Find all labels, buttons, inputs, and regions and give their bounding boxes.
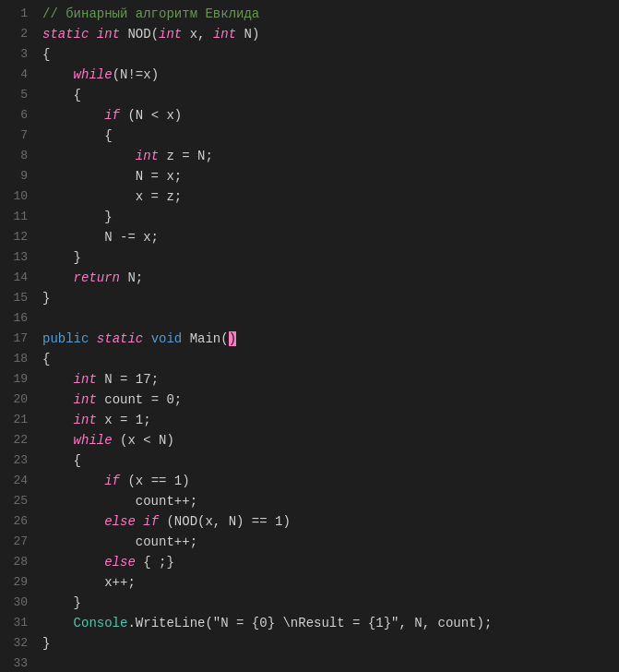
- ln-8: 8: [6, 146, 28, 166]
- code-line-4: while(N!=x): [42, 65, 612, 85]
- code-line-3: {: [42, 44, 612, 65]
- keyword-if-24: if: [104, 474, 120, 488]
- code-line-27: count++;: [42, 532, 612, 552]
- keyword-public-17: public: [42, 331, 89, 346]
- code-line-6: if (N < x): [42, 105, 612, 126]
- type-int-20: int: [74, 392, 97, 407]
- type-int-19: int: [74, 372, 97, 387]
- ln-19: 19: [6, 369, 28, 390]
- keyword-static-17: static: [97, 331, 143, 346]
- code-line-12: N -= x;: [42, 227, 612, 247]
- keyword-if-26: if: [143, 514, 159, 529]
- cursor-17: ): [229, 331, 236, 346]
- ln-29: 29: [6, 572, 28, 593]
- code-line-1: // бинарный алгоритм Евклида: [42, 4, 612, 24]
- code-line-5: {: [42, 85, 612, 105]
- type-int-param-2: int: [159, 27, 182, 42]
- ln-24: 24: [6, 471, 28, 491]
- ln-18: 18: [6, 349, 28, 369]
- ln-22: 22: [6, 430, 28, 450]
- ln-27: 27: [6, 532, 28, 552]
- ln-21: 21: [6, 410, 28, 430]
- code-line-33: [42, 654, 612, 672]
- code-line-2: static int NOD(int x, int N): [42, 24, 612, 44]
- code-line-9: N = x;: [42, 166, 612, 186]
- ln-14: 14: [6, 268, 28, 288]
- code-line-11: }: [42, 207, 612, 227]
- code-line-28: else { ;}: [42, 552, 612, 572]
- ln-16: 16: [6, 308, 28, 329]
- code-line-19: int N = 17;: [42, 369, 612, 390]
- code-editor: 1 2 3 4 5 6 7 8 9 10 11 12 13 14 15 16 1…: [0, 0, 619, 672]
- keyword-if-6: if: [104, 108, 120, 123]
- ln-13: 13: [6, 247, 28, 268]
- ln-32: 32: [6, 633, 28, 654]
- code-line-13: }: [42, 247, 612, 268]
- code-line-25: count++;: [42, 491, 612, 511]
- code-line-16: [42, 308, 612, 329]
- ln-15: 15: [6, 288, 28, 308]
- keyword-while-4: while: [74, 67, 113, 82]
- code-line-32: }: [42, 633, 612, 654]
- code-line-23: {: [42, 450, 612, 471]
- ln-3: 3: [6, 44, 28, 65]
- type-int-2: int: [97, 27, 120, 42]
- ln-26: 26: [6, 511, 28, 532]
- ln-6: 6: [6, 105, 28, 126]
- ln-1: 1: [6, 4, 28, 24]
- type-int-8: int: [136, 149, 159, 163]
- code-line-30: }: [42, 593, 612, 613]
- ln-30: 30: [6, 593, 28, 613]
- keyword-void-17: void: [151, 331, 183, 346]
- code-content[interactable]: // бинарный алгоритм Евклида static int …: [35, 4, 619, 672]
- line-numbers: 1 2 3 4 5 6 7 8 9 10 11 12 13 14 15 16 1…: [0, 4, 35, 672]
- code-line-22: while (x < N): [42, 430, 612, 450]
- keyword-while-22: while: [74, 433, 113, 448]
- ln-5: 5: [6, 85, 28, 105]
- ln-2: 2: [6, 24, 28, 44]
- keyword-static-2: static: [42, 27, 89, 42]
- code-line-7: {: [42, 126, 612, 146]
- ln-28: 28: [6, 552, 28, 572]
- ln-10: 10: [6, 186, 28, 207]
- code-line-24: if (x == 1): [42, 471, 612, 491]
- type-int-21: int: [74, 413, 97, 427]
- ln-7: 7: [6, 126, 28, 146]
- code-line-26: else if (NOD(x, N) == 1): [42, 511, 612, 532]
- code-line-31: Console.WriteLine("N = {0} \nResult = {1…: [42, 613, 612, 633]
- ln-20: 20: [6, 390, 28, 410]
- ln-17: 17: [6, 329, 28, 349]
- ln-23: 23: [6, 450, 28, 471]
- ln-25: 25: [6, 491, 28, 511]
- code-line-18: {: [42, 349, 612, 369]
- code-line-15: }: [42, 288, 612, 308]
- ln-4: 4: [6, 65, 28, 85]
- ln-11: 11: [6, 207, 28, 227]
- comment-1: // бинарный алгоритм Евклида: [42, 6, 259, 21]
- code-line-29: x++;: [42, 572, 612, 593]
- keyword-return-14: return: [74, 270, 120, 285]
- code-line-10: x = z;: [42, 186, 612, 207]
- ln-12: 12: [6, 227, 28, 247]
- code-line-20: int count = 0;: [42, 390, 612, 410]
- keyword-else-28: else: [104, 555, 136, 570]
- ln-31: 31: [6, 613, 28, 633]
- code-line-17: public static void Main(): [42, 329, 612, 349]
- console-31: Console: [74, 616, 128, 630]
- code-line-14: return N;: [42, 268, 612, 288]
- code-line-8: int z = N;: [42, 146, 612, 166]
- type-int-n-2: int: [213, 27, 236, 42]
- keyword-else-26: else: [104, 514, 136, 529]
- ln-9: 9: [6, 166, 28, 186]
- ln-33: 33: [6, 654, 28, 672]
- code-line-21: int x = 1;: [42, 410, 612, 430]
